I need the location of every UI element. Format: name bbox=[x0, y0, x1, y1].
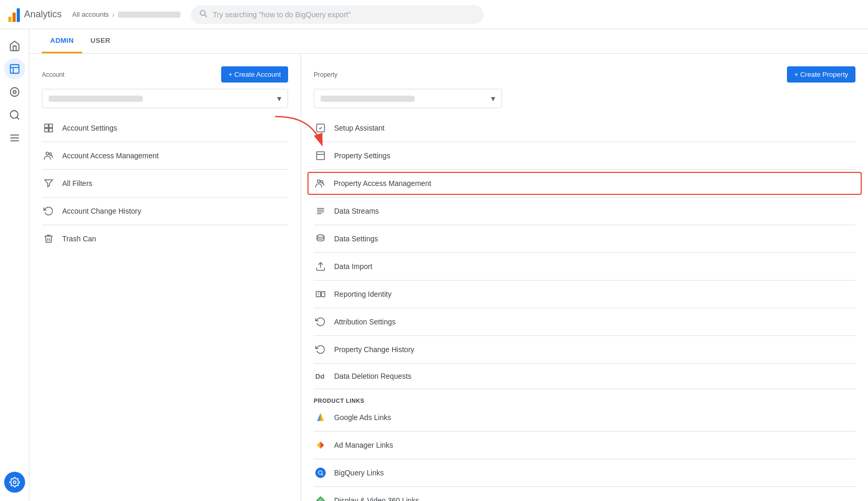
property-dropdown-value bbox=[321, 96, 415, 102]
svg-rect-14 bbox=[49, 124, 53, 128]
property-settings-label: Property Settings bbox=[334, 152, 390, 160]
menu-item-google-ads[interactable]: Google Ads Links bbox=[301, 406, 868, 429]
account-history-icon bbox=[43, 206, 55, 216]
property-column-header: Property + Create Property bbox=[301, 64, 868, 89]
prod-divider-1 bbox=[314, 431, 855, 432]
menu-item-bigquery[interactable]: BigQuery Links bbox=[301, 461, 868, 484]
sidebar-icon-home[interactable] bbox=[4, 36, 25, 56]
account-column-header: Account + Create Account bbox=[29, 64, 301, 89]
prop-divider-9 bbox=[314, 363, 855, 364]
svg-point-17 bbox=[46, 152, 49, 155]
all-filters-label: All Filters bbox=[62, 179, 93, 188]
menu-item-data-import[interactable]: Data Import bbox=[301, 255, 868, 278]
property-label: Property bbox=[314, 71, 337, 78]
search-bar[interactable]: Try searching "how to do BigQuery export… bbox=[191, 5, 484, 24]
account-name-blurred bbox=[118, 11, 180, 18]
create-account-button[interactable]: + Create Account bbox=[221, 66, 288, 83]
breadcrumb: All accounts › bbox=[72, 10, 180, 19]
reporting-identity-icon bbox=[315, 289, 327, 299]
account-label: Account bbox=[42, 71, 64, 78]
menu-item-property-history[interactable]: Property Change History bbox=[301, 338, 868, 361]
menu-item-data-deletion[interactable]: Dd Data Deletion Requests bbox=[301, 366, 868, 387]
menu-item-account-settings[interactable]: Account Settings → bbox=[29, 116, 301, 139]
sidebar-icon-configure[interactable] bbox=[4, 127, 25, 148]
create-property-button[interactable]: + Create Property bbox=[787, 66, 855, 83]
svg-rect-13 bbox=[45, 124, 49, 128]
menu-item-dv360[interactable]: Display & Video 360 Links bbox=[301, 489, 868, 501]
data-settings-icon bbox=[315, 234, 327, 244]
svg-rect-2 bbox=[10, 65, 19, 74]
main-content: ADMIN USER Account + Create Account ▾ bbox=[29, 29, 868, 501]
account-dropdown[interactable]: ▾ bbox=[42, 89, 288, 108]
menu-item-trash-can[interactable]: Trash Can bbox=[29, 227, 301, 250]
svg-point-7 bbox=[10, 111, 18, 119]
svg-point-12 bbox=[14, 481, 16, 484]
trash-can-icon bbox=[43, 234, 55, 244]
svg-point-6 bbox=[13, 90, 16, 94]
logo-bar-3 bbox=[17, 8, 20, 22]
sidebar-icon-explore[interactable] bbox=[4, 81, 25, 102]
divider-2 bbox=[42, 169, 288, 170]
setup-assistant-label: Setup Assistant bbox=[334, 124, 385, 132]
prod-divider-2 bbox=[314, 459, 855, 459]
svg-rect-16 bbox=[49, 129, 53, 132]
svg-rect-32 bbox=[316, 292, 321, 297]
data-streams-label: Data Streams bbox=[334, 207, 379, 215]
menu-item-attribution-settings[interactable]: Attribution Settings bbox=[301, 310, 868, 333]
menu-item-data-settings[interactable]: Data Settings bbox=[301, 227, 868, 250]
ad-manager-label: Ad Manager Links bbox=[334, 441, 393, 449]
menu-item-ad-manager[interactable]: Ad Manager Links bbox=[301, 434, 868, 457]
logo-bar-2 bbox=[13, 13, 16, 22]
property-access-label: Property Access Management bbox=[334, 179, 431, 188]
data-deletion-label: Data Deletion Requests bbox=[334, 372, 412, 380]
breadcrumb-chevron-icon: › bbox=[112, 10, 115, 19]
svg-point-25 bbox=[321, 181, 323, 183]
reporting-identity-label: Reporting Identity bbox=[334, 290, 392, 298]
data-streams-icon bbox=[315, 206, 327, 216]
breadcrumb-prefix[interactable]: All accounts bbox=[72, 10, 109, 18]
prop-divider-3 bbox=[314, 197, 855, 197]
menu-item-property-settings[interactable]: Property Settings bbox=[301, 144, 868, 167]
svg-line-8 bbox=[17, 117, 19, 119]
data-import-icon bbox=[315, 261, 327, 272]
logo-icon bbox=[8, 7, 20, 22]
svg-line-1 bbox=[204, 15, 207, 17]
account-column: Account + Create Account ▾ Account Setti… bbox=[29, 54, 301, 501]
menu-item-property-access[interactable]: Property Access Management bbox=[307, 172, 862, 195]
tab-user[interactable]: USER bbox=[82, 29, 119, 53]
admin-settings-button[interactable] bbox=[4, 472, 25, 493]
menu-item-all-filters[interactable]: All Filters bbox=[29, 172, 301, 195]
svg-point-24 bbox=[317, 180, 320, 182]
prop-divider-1 bbox=[314, 142, 855, 142]
property-history-label: Property Change History bbox=[334, 345, 414, 354]
sidebar-settings[interactable] bbox=[4, 472, 25, 493]
data-deletion-icon: Dd bbox=[315, 372, 327, 380]
attribution-settings-icon bbox=[315, 317, 327, 327]
svg-line-38 bbox=[322, 474, 323, 475]
menu-item-account-access[interactable]: Account Access Management bbox=[29, 144, 301, 167]
property-column: Property + Create Property ▾ Setup Assis… bbox=[301, 54, 868, 501]
account-access-icon bbox=[43, 150, 55, 161]
svg-point-5 bbox=[10, 88, 19, 97]
google-ads-icon bbox=[315, 412, 327, 423]
tab-admin[interactable]: ADMIN bbox=[42, 29, 82, 53]
search-icon bbox=[199, 9, 208, 20]
sidebar-icon-advertising[interactable] bbox=[4, 104, 25, 125]
menu-item-setup-assistant[interactable]: Setup Assistant bbox=[301, 116, 868, 139]
ad-manager-icon bbox=[315, 440, 327, 450]
svg-point-30 bbox=[317, 235, 324, 238]
divider-1 bbox=[42, 142, 288, 142]
sidebar-icon-reports[interactable] bbox=[4, 59, 25, 79]
prod-divider-3 bbox=[314, 486, 855, 487]
trash-can-label: Trash Can bbox=[62, 235, 96, 243]
menu-item-data-streams[interactable]: Data Streams bbox=[301, 200, 868, 223]
menu-item-reporting-identity[interactable]: Reporting Identity bbox=[301, 283, 868, 306]
google-ads-label: Google Ads Links bbox=[334, 413, 391, 422]
menu-item-account-history[interactable]: Account Change History bbox=[29, 200, 301, 223]
prop-divider-4 bbox=[314, 225, 855, 225]
property-dropdown[interactable]: ▾ bbox=[314, 89, 502, 108]
divider-4 bbox=[42, 225, 288, 225]
property-access-icon bbox=[315, 178, 326, 189]
product-links-header: PRODUCT LINKS bbox=[301, 391, 868, 406]
app-header: Analytics All accounts › Try searching "… bbox=[0, 0, 868, 29]
